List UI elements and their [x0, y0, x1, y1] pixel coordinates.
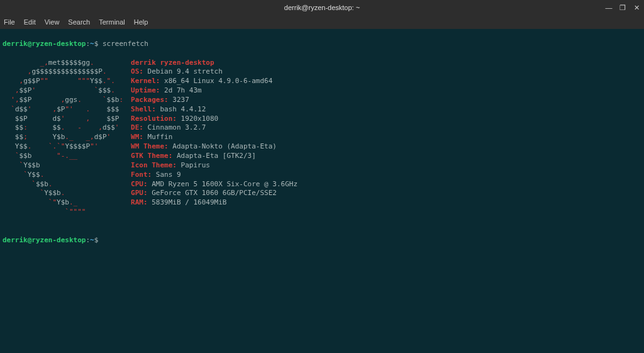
- prompt-line-2: derrik@ryzen-desktop:~$: [3, 227, 641, 245]
- menu-search[interactable]: Search: [68, 18, 90, 26]
- ascii-logo: _,met$$$$$gg. ,g$$$$$$$$$$$$$$$P. ,g$$P"…: [3, 59, 123, 217]
- info-key: Packages:: [131, 96, 169, 104]
- info-value: Cinnamon 3.2.7: [143, 123, 206, 132]
- info-value: AMD Ryzen 5 1600X Six-Core @ 3.6GHz: [148, 180, 297, 188]
- info-key: Uptime:: [131, 86, 160, 94]
- prompt-userhost: derrik@ryzen-desktop: [3, 40, 86, 48]
- maximize-icon[interactable]: ❐: [619, 4, 626, 12]
- close-icon[interactable]: ✕: [633, 4, 640, 12]
- info-value: 5839MiB / 16049MiB: [148, 198, 227, 206]
- menu-view[interactable]: View: [45, 18, 60, 26]
- info-value: Sans 9: [152, 171, 180, 179]
- prompt-userhost: derrik@ryzen-desktop: [3, 236, 86, 244]
- info-key: WM Theme:: [131, 142, 169, 150]
- info-key: Kernel:: [131, 77, 160, 85]
- info-value: Muffin: [143, 133, 172, 141]
- window-title: derrik@ryzen-desktop: ~: [284, 4, 360, 11]
- window-controls: — ❐ ✕: [605, 0, 640, 15]
- info-key: RAM:: [131, 198, 148, 206]
- menubar: File Edit View Search Terminal Help: [0, 15, 644, 29]
- menu-terminal[interactable]: Terminal: [99, 18, 125, 26]
- info-key: DE:: [131, 123, 143, 132]
- info-key: CPU:: [131, 180, 148, 188]
- minimize-icon[interactable]: —: [605, 4, 613, 11]
- info-key: GTK Theme:: [131, 152, 172, 160]
- info-value: bash 4.4.12: [156, 105, 206, 113]
- prompt-path: ~: [90, 236, 94, 244]
- info-key: GPU:: [131, 189, 148, 197]
- menu-help[interactable]: Help: [134, 18, 148, 26]
- info-value: Adapta-Nokto (Adapta-Eta): [169, 142, 277, 150]
- menu-file[interactable]: File: [4, 18, 15, 26]
- info-value: 3237: [169, 96, 189, 104]
- info-value: Papirus: [177, 161, 210, 169]
- screenfetch-output: _,met$$$$$gg. ,g$$$$$$$$$$$$$$$P. ,g$$P"…: [3, 59, 641, 217]
- prompt-sigil: $: [94, 236, 99, 244]
- info-value: x86_64 Linux 4.9.0-6-amd64: [160, 77, 272, 85]
- prompt-sigil: $: [94, 40, 99, 48]
- info-value: Adapta-Eta [GTK2/3]: [172, 152, 255, 160]
- info-value: 1920x1080: [177, 115, 218, 123]
- menu-edit[interactable]: Edit: [24, 18, 36, 26]
- prompt-line-1: derrik@ryzen-desktop:~$ screenfetch: [3, 40, 641, 49]
- info-key: Font:: [131, 171, 152, 179]
- window-titlebar: derrik@ryzen-desktop: ~ — ❐ ✕: [0, 0, 644, 15]
- info-key: Resolution:: [131, 115, 177, 123]
- info-value: 2d 7h 43m: [160, 86, 201, 94]
- info-value: Debian 9.4 stretch: [143, 67, 223, 76]
- prompt-path: ~: [90, 40, 94, 48]
- info-key: WM:: [131, 133, 143, 141]
- info-key: OS:: [131, 67, 143, 76]
- info-key: Icon Theme:: [131, 161, 177, 169]
- info-value: GeForce GTX 1060 6GB/PCIe/SSE2: [148, 189, 277, 197]
- info-header: derrik ryzen-desktop: [131, 59, 214, 67]
- info-key: Shell:: [131, 105, 156, 113]
- terminal-area[interactable]: derrik@ryzen-desktop:~$ screenfetch _,me…: [0, 29, 644, 353]
- system-info: derrik ryzen-desktop OS: Debian 9.4 stre…: [131, 59, 297, 208]
- command-text: screenfetch: [103, 40, 148, 48]
